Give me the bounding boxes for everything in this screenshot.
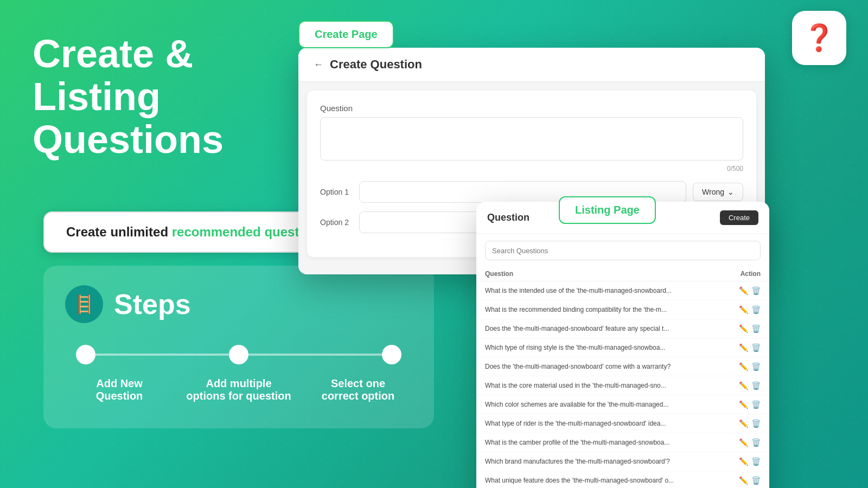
step-label-1: Add NewQuestion [65, 377, 174, 402]
step-label-3: Select onecorrect option [304, 377, 412, 402]
edit-icon[interactable]: ✏️ [739, 286, 748, 295]
app-icon-emoji: ❓ [803, 23, 835, 53]
delete-icon[interactable]: 🗑️ [751, 324, 761, 333]
table-row: What is the recommended binding compatib… [476, 300, 769, 319]
delete-icon[interactable]: 🗑️ [751, 305, 761, 314]
table-row: What unique feature does the 'the-multi-… [476, 471, 769, 488]
table-row: What is the core material used in the 't… [476, 376, 769, 395]
delete-icon[interactable]: 🗑️ [751, 476, 761, 485]
edit-icon[interactable]: ✏️ [739, 305, 748, 314]
create-button[interactable]: Create [720, 210, 758, 225]
table-row: What is the intended use of the 'the-mul… [476, 281, 769, 300]
delete-icon[interactable]: 🗑️ [751, 362, 761, 371]
row-text: What is the recommended binding compatib… [485, 306, 713, 313]
edit-icon[interactable]: ✏️ [739, 438, 748, 447]
delete-icon[interactable]: 🗑️ [751, 419, 761, 428]
col-question: Question [485, 270, 513, 278]
table-header: Question Action [476, 267, 769, 281]
table-row: Which brand manufactures the 'the-multi-… [476, 452, 769, 471]
steps-card: 🪜 Steps Add NewQuestion Add multipleopti… [43, 266, 434, 428]
delete-icon[interactable]: 🗑️ [751, 343, 761, 352]
edit-icon[interactable]: ✏️ [739, 381, 748, 390]
row-text: Which type of rising style is the 'the-m… [485, 344, 713, 351]
edit-icon[interactable]: ✏️ [739, 476, 748, 485]
row-text: What is the core material used in the 't… [485, 382, 713, 389]
row-text: What is the intended use of the 'the-mul… [485, 287, 713, 294]
step-dot-2 [229, 345, 248, 364]
option2-label: Option 2 [320, 218, 353, 227]
hero-title: Create & Listing Questions [33, 33, 224, 162]
row-actions[interactable]: ✏️ 🗑️ [739, 457, 761, 466]
table-row: Which color schemes are available for th… [476, 395, 769, 414]
row-actions[interactable]: ✏️ 🗑️ [739, 476, 761, 485]
col-action: Action [741, 270, 761, 278]
steps-icon: 🪜 [65, 285, 103, 323]
step-label-2: Add multipleoptions for question [184, 377, 293, 402]
listing-title: Question [487, 212, 529, 223]
delete-icon[interactable]: 🗑️ [751, 381, 761, 390]
option1-label: Option 1 [320, 188, 353, 196]
listing-rows: What is the intended use of the 'the-mul… [476, 281, 769, 488]
step-dot-3 [382, 345, 401, 364]
chevron-down-icon: ⌄ [727, 188, 734, 196]
steps-title: Steps [114, 288, 191, 320]
steps-header: 🪜 Steps [65, 285, 412, 323]
row-text: What type of rider is the 'the-multi-man… [485, 420, 713, 427]
listing-page-tab[interactable]: Listing Page [559, 196, 656, 224]
row-actions[interactable]: ✏️ 🗑️ [739, 305, 761, 314]
edit-icon[interactable]: ✏️ [739, 343, 748, 352]
create-page-tab[interactable]: Create Page [298, 21, 394, 48]
row-text: What unique feature does the 'the-multi-… [485, 477, 713, 484]
edit-icon[interactable]: ✏️ [739, 362, 748, 371]
delete-icon[interactable]: 🗑️ [751, 286, 761, 295]
delete-icon[interactable]: 🗑️ [751, 438, 761, 447]
row-text: What is the camber profile of the 'the-m… [485, 439, 713, 446]
listing-panel: Question Create Question Action What is … [476, 202, 769, 488]
row-text: Which color schemes are available for th… [485, 401, 713, 408]
row-actions[interactable]: ✏️ 🗑️ [739, 438, 761, 447]
char-count: 0/500 [320, 165, 743, 172]
table-row: Does the 'the-multi-managed-snowboard' f… [476, 319, 769, 338]
row-actions[interactable]: ✏️ 🗑️ [739, 419, 761, 428]
edit-icon[interactable]: ✏️ [739, 324, 748, 333]
modal-title: Create Question [330, 57, 422, 72]
search-input[interactable] [485, 241, 761, 260]
delete-icon[interactable]: 🗑️ [751, 400, 761, 409]
edit-icon[interactable]: ✏️ [739, 457, 748, 466]
app-icon: ❓ [792, 11, 846, 65]
row-actions[interactable]: ✏️ 🗑️ [739, 324, 761, 333]
row-actions[interactable]: ✏️ 🗑️ [739, 400, 761, 409]
steps-labels: Add NewQuestion Add multipleoptions for … [65, 377, 412, 402]
row-actions[interactable]: ✏️ 🗑️ [739, 343, 761, 352]
row-actions[interactable]: ✏️ 🗑️ [739, 362, 761, 371]
edit-icon[interactable]: ✏️ [739, 419, 748, 428]
option1-row: Option 1 Wrong ⌄ [320, 181, 743, 203]
step-dot-1 [76, 345, 95, 364]
step-line-2 [248, 354, 382, 356]
row-actions[interactable]: ✏️ 🗑️ [739, 381, 761, 390]
steps-dots [65, 345, 412, 364]
table-row: Which type of rising style is the 'the-m… [476, 338, 769, 357]
back-arrow[interactable]: ← [314, 59, 323, 70]
table-row: What type of rider is the 'the-multi-man… [476, 414, 769, 433]
table-row: What is the camber profile of the 'the-m… [476, 433, 769, 452]
row-text: Does the 'the-multi-managed-snowboard' f… [485, 325, 713, 332]
modal-header: ← Create Question [298, 48, 765, 82]
step-line-1 [95, 354, 229, 356]
edit-icon[interactable]: ✏️ [739, 400, 748, 409]
row-text: Does the 'the-multi-managed-snowboard' c… [485, 363, 713, 370]
option1-select[interactable]: Wrong ⌄ [693, 183, 743, 201]
question-label: Question [320, 104, 743, 113]
hero-section: Create & Listing Questions [33, 33, 224, 162]
row-text: Which brand manufactures the 'the-multi-… [485, 458, 713, 465]
row-actions[interactable]: ✏️ 🗑️ [739, 286, 761, 295]
question-textarea[interactable] [320, 117, 743, 160]
delete-icon[interactable]: 🗑️ [751, 457, 761, 466]
table-row: Does the 'the-multi-managed-snowboard' c… [476, 357, 769, 376]
